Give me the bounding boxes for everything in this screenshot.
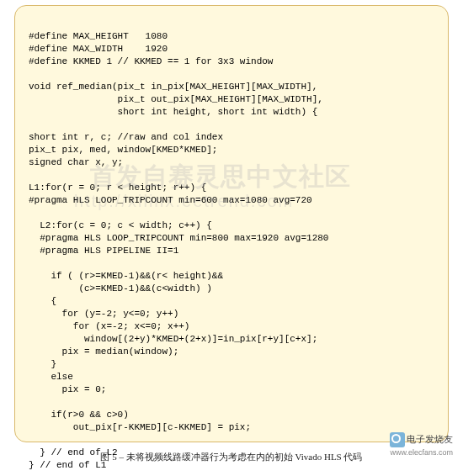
code-line: } (29, 359, 56, 369)
code-line: signed char x, y; (29, 157, 123, 167)
code-line: { (29, 296, 56, 306)
code-line: short int height, short int width) { (29, 107, 317, 117)
site-url: www.elecfans.com (390, 448, 453, 457)
code-line: } // end of L2 (29, 447, 118, 457)
code-line: if(r>0 && c>0) (29, 410, 129, 420)
code-line: for (x=-2; x<=0; x++) (29, 321, 189, 331)
code-line: void ref_median(pix_t in_pix[MAX_HEIGHT]… (29, 82, 317, 92)
code-line: else (29, 372, 73, 382)
code-line: #pragma HLS LOOP_TRIPCOUNT min=600 max=1… (29, 195, 312, 205)
code-line: if ( (r>=KMED-1)&&(r< height)&& (29, 271, 223, 281)
site-name-cn: 电子发烧友 (407, 434, 453, 444)
code-line: pix_t pix, med, window[KMED*KMED]; (29, 145, 217, 155)
code-line: window[(2+y)*KMED+(2+x)]=in_pix[r+y][c+x… (29, 334, 317, 344)
logo-icon (390, 432, 405, 447)
code-line: #define KKMED 1 // KKMED == 1 for 3x3 wi… (29, 56, 273, 66)
code-line: for (y=-2; y<=0; y++) (29, 309, 178, 319)
code-line: pix = 0; (29, 384, 106, 394)
code-line: pix_t out_pix[MAX_HEIGHT][MAX_WIDTH], (29, 94, 323, 104)
code-line: #define MAX_WIDTH 1920 (29, 44, 168, 54)
code-line: out_pix[r-KKMED][c-KKMED] = pix; (29, 422, 251, 432)
site-logo: 电子发烧友 www.elecfans.com (390, 432, 453, 457)
code-line: L1:for(r = 0; r < height; r++) { (29, 182, 206, 193)
code-line: short int r, c; //raw and col index (29, 132, 223, 142)
code-line: (c>=KMED-1)&&(c<width) ) (29, 283, 212, 294)
code-line: pix = median(window); (29, 346, 178, 357)
code-line: #pragma HLS PIPELINE II=1 (29, 246, 178, 256)
code-listing-box: #define MAX_HEIGHT 1080 #define MAX_WIDT… (14, 5, 449, 442)
code-line: #define MAX_HEIGHT 1080 (29, 31, 168, 41)
code-line: } // end of L1 (29, 460, 106, 470)
code-line: #pragma HLS LOOP_TRIPCOUNT min=800 max=1… (29, 233, 328, 243)
code-line: L2:for(c = 0; c < width; c++) { (29, 220, 212, 230)
